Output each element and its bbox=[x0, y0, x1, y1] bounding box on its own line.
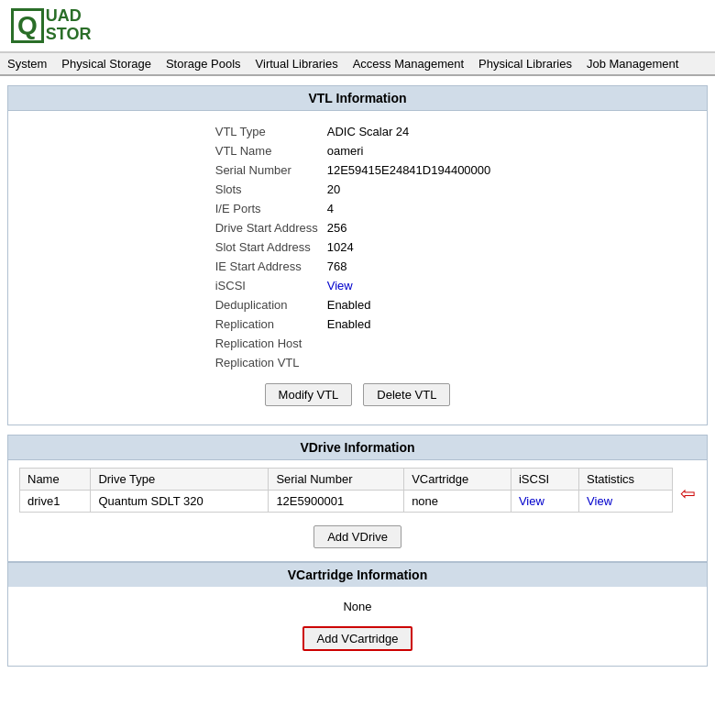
vtl-row-slots: Slots 20 bbox=[215, 180, 500, 199]
vdrive-cell-statistics: View bbox=[579, 490, 673, 512]
arrow-indicator-icon: ⇦ bbox=[680, 482, 696, 504]
vdrive-section-header: VDrive Information bbox=[7, 435, 708, 459]
vdrive-table-wrapper: Name Drive Type Serial Number VCartridge… bbox=[19, 468, 696, 520]
logo-q-letter: Q bbox=[11, 8, 44, 43]
vtl-value-name: oameri bbox=[327, 141, 500, 160]
vtl-row-drive-start: Drive Start Address 256 bbox=[215, 218, 500, 237]
vdrive-section: VDrive Information Name Drive Type Seria… bbox=[7, 435, 708, 562]
vcartridge-content-inner: None Add VCartridge bbox=[8, 587, 707, 666]
vtl-value-ie-ports: 4 bbox=[327, 199, 500, 218]
vtl-row-name: VTL Name oameri bbox=[215, 141, 500, 160]
add-vdrive-button[interactable]: Add VDrive bbox=[314, 525, 402, 548]
vcartridge-section: VCartridge Information None Add VCartrid… bbox=[7, 562, 708, 667]
vdrive-col-iscsi: iSCSI bbox=[511, 468, 578, 490]
vtl-row-slot-start: Slot Start Address 1024 bbox=[215, 237, 500, 257]
vtl-label-iscsi: iSCSI bbox=[215, 276, 327, 295]
vtl-value-slot-start: 1024 bbox=[327, 237, 500, 257]
vtl-value-drive-start: 256 bbox=[327, 218, 500, 237]
vtl-label-slots: Slots bbox=[215, 180, 327, 199]
vtl-value-replication-host bbox=[327, 334, 500, 353]
vtl-label-replication-vtl: Replication VTL bbox=[215, 353, 327, 372]
vtl-value-dedup: Enabled bbox=[327, 295, 500, 314]
logo-bar: Q UAD STOR bbox=[0, 0, 715, 52]
nav-system[interactable]: System bbox=[7, 57, 47, 71]
vdrive-iscsi-link[interactable]: View bbox=[519, 494, 544, 508]
vtl-info-table: VTL Type ADIC Scalar 24 VTL Name oameri … bbox=[215, 122, 500, 372]
vtl-label-replication-host: Replication Host bbox=[215, 334, 327, 353]
vtl-label-drive-start: Drive Start Address bbox=[215, 218, 327, 237]
vdrive-col-drive-type: Drive Type bbox=[91, 468, 269, 490]
vcartridge-section-content: None Add VCartridge bbox=[7, 587, 708, 667]
nav-physical-storage[interactable]: Physical Storage bbox=[61, 57, 151, 71]
vtl-row-dedup: Deduplication Enabled bbox=[215, 295, 500, 314]
vtl-label-type: VTL Type bbox=[215, 122, 327, 141]
nav-virtual-libraries[interactable]: Virtual Libraries bbox=[256, 57, 338, 71]
vdrive-cell-iscsi: View bbox=[511, 490, 578, 512]
vtl-row-ie-start: IE Start Address 768 bbox=[215, 257, 500, 276]
vtl-row-serial: Serial Number 12E59415E24841D194400000 bbox=[215, 160, 500, 180]
vdrive-table-body: drive1 Quantum SDLT 320 12E5900001 none … bbox=[20, 490, 673, 512]
vtl-value-replication: Enabled bbox=[327, 314, 500, 334]
vtl-value-type: ADIC Scalar 24 bbox=[327, 122, 500, 141]
add-vdrive-btn-row: Add VDrive bbox=[19, 520, 696, 554]
vdrive-content-inner: Name Drive Type Serial Number VCartridge… bbox=[8, 460, 707, 561]
nav-physical-libraries[interactable]: Physical Libraries bbox=[478, 57, 572, 71]
vcartridge-section-header: VCartridge Information bbox=[7, 562, 708, 587]
vdrive-table-head: Name Drive Type Serial Number VCartridge… bbox=[20, 468, 673, 490]
vdrive-cell-drive-type: Quantum SDLT 320 bbox=[91, 490, 269, 512]
vcartridge-none-text: None bbox=[19, 594, 696, 619]
vtl-row-ie-ports: I/E Ports 4 bbox=[215, 199, 500, 218]
logo-line2: STOR bbox=[46, 26, 92, 44]
vtl-value-replication-vtl bbox=[327, 353, 500, 372]
nav-bar: System Physical Storage Storage Pools Vi… bbox=[0, 52, 715, 76]
vdrive-cell-vcartridge: none bbox=[404, 490, 512, 512]
logo: Q UAD STOR bbox=[11, 7, 91, 44]
vdrive-cell-name: drive1 bbox=[20, 490, 91, 512]
vtl-iscsi-link[interactable]: View bbox=[327, 279, 353, 292]
vtl-value-iscsi: View bbox=[327, 276, 500, 295]
vdrive-col-vcartridge: VCartridge bbox=[404, 468, 512, 490]
logo-line1: UAD bbox=[46, 7, 92, 26]
vdrive-section-content: Name Drive Type Serial Number VCartridge… bbox=[7, 459, 708, 562]
vtl-value-ie-start: 768 bbox=[327, 257, 500, 276]
vtl-label-ie-start: IE Start Address bbox=[215, 257, 327, 276]
vdrive-row-0: drive1 Quantum SDLT 320 12E5900001 none … bbox=[20, 490, 673, 512]
vtl-row-iscsi: iSCSI View bbox=[215, 276, 500, 295]
vtl-label-replication: Replication bbox=[215, 314, 327, 334]
vdrive-col-name: Name bbox=[20, 468, 91, 490]
delete-vtl-button[interactable]: Delete VTL bbox=[363, 383, 450, 406]
logo-text: UAD STOR bbox=[46, 7, 92, 44]
nav-job-management[interactable]: Job Management bbox=[587, 57, 678, 71]
vtl-row-replication: Replication Enabled bbox=[215, 314, 500, 334]
modify-vtl-button[interactable]: Modify VTL bbox=[265, 383, 353, 406]
vdrive-col-serial: Serial Number bbox=[269, 468, 404, 490]
vdrive-col-statistics: Statistics bbox=[579, 468, 673, 490]
vtl-row-replication-host: Replication Host bbox=[215, 334, 500, 353]
vtl-content-area: VTL Type ADIC Scalar 24 VTL Name oameri … bbox=[7, 110, 708, 425]
vdrive-table: Name Drive Type Serial Number VCartridge… bbox=[19, 468, 673, 513]
vtl-row-replication-vtl: Replication VTL bbox=[215, 353, 500, 372]
vtl-button-row: Modify VTL Delete VTL bbox=[27, 372, 688, 414]
add-vcartridge-btn-row: Add VCartridge bbox=[19, 619, 696, 658]
nav-storage-pools[interactable]: Storage Pools bbox=[166, 57, 241, 71]
vtl-row-type: VTL Type ADIC Scalar 24 bbox=[215, 122, 500, 141]
vtl-section: VTL Information VTL Type ADIC Scalar 24 … bbox=[7, 85, 708, 425]
vdrive-statistics-link[interactable]: View bbox=[587, 494, 612, 508]
vtl-label-slot-start: Slot Start Address bbox=[215, 237, 327, 257]
vtl-label-serial: Serial Number bbox=[215, 160, 327, 180]
vdrive-header-row: Name Drive Type Serial Number VCartridge… bbox=[20, 468, 673, 490]
vtl-label-dedup: Deduplication bbox=[215, 295, 327, 314]
vtl-value-slots: 20 bbox=[327, 180, 500, 199]
vtl-label-ie-ports: I/E Ports bbox=[215, 199, 327, 218]
vdrive-cell-serial: 12E5900001 bbox=[269, 490, 404, 512]
nav-access-management[interactable]: Access Management bbox=[353, 57, 464, 71]
add-vcartridge-button[interactable]: Add VCartridge bbox=[302, 626, 413, 651]
main-wrapper: VTL Information VTL Type ADIC Scalar 24 … bbox=[0, 85, 715, 681]
vtl-section-header: VTL Information bbox=[7, 85, 708, 110]
vtl-value-serial: 12E59415E24841D194400000 bbox=[327, 160, 500, 180]
vtl-label-name: VTL Name bbox=[215, 141, 327, 160]
